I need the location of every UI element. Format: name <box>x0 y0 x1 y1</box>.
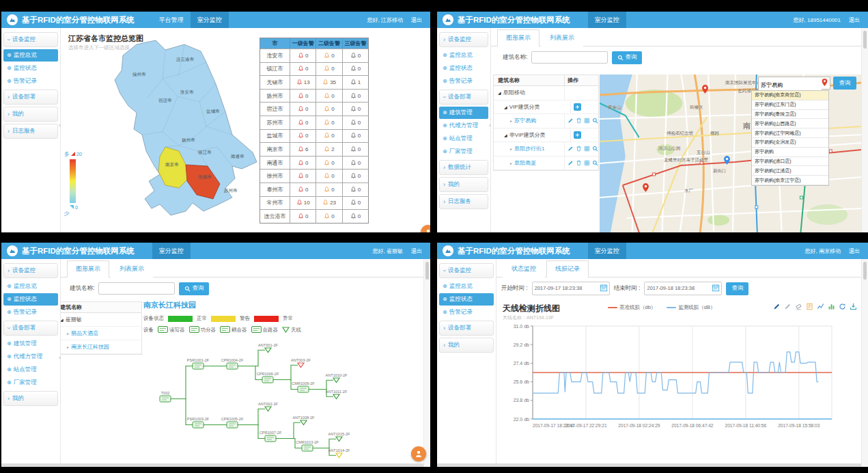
sidebar-item[interactable]: ⊕厂家管理 <box>3 377 58 389</box>
sidebar-group[interactable]: ›我的 <box>439 177 488 192</box>
sidebar-group[interactable]: ›日志服务 <box>3 124 58 139</box>
delete-icon[interactable] <box>576 146 582 152</box>
sidebar-item[interactable]: ⊕监控状态 <box>439 62 488 75</box>
sidebar-item[interactable]: ⊕监控状态 <box>439 293 494 306</box>
search-result-item[interactable]: 苏宁易购(山西路店) <box>752 119 828 129</box>
sidebar-item[interactable]: ⊕建筑管理 <box>439 107 488 119</box>
add-button[interactable] <box>574 103 581 111</box>
sidebar-item[interactable]: ⊕监控总览 <box>439 280 494 293</box>
search-icon[interactable] <box>592 160 598 166</box>
topnav-item[interactable]: 平台管理 <box>152 12 191 28</box>
sidebar-collapse-handle[interactable]: ‹ <box>59 122 61 129</box>
sidebar-group[interactable]: ›我的 <box>3 107 58 122</box>
edit-icon[interactable] <box>568 118 574 124</box>
tree-node-label[interactable]: 阜阳商厦 <box>514 159 536 167</box>
sidebar-collapse-handle[interactable]: ‹ <box>489 122 491 129</box>
scrollbar[interactable] <box>861 259 868 467</box>
mark-line-icon[interactable] <box>773 303 781 310</box>
sidebar-group[interactable]: ›设备监控 <box>3 263 58 278</box>
scrollbar-thumb[interactable] <box>425 262 429 280</box>
topnav-item[interactable]: 室分监控 <box>588 12 626 28</box>
expand-icon[interactable]: ▸ <box>67 344 69 349</box>
sidebar-group[interactable]: ›设备监控 <box>439 32 488 47</box>
search-result-item[interactable]: 苏宁易购(江浦店) <box>752 166 828 176</box>
tab-inactive[interactable]: 状态监控 <box>503 260 545 278</box>
sidebar-item[interactable]: ⊕厂家管理 <box>439 146 488 158</box>
sidebar-group[interactable]: ›设备部署 <box>439 321 494 336</box>
logout-link[interactable]: 退出 <box>849 247 860 255</box>
legend-item[interactable]: 基准线损（db） <box>608 304 656 311</box>
calendar-icon[interactable] <box>712 284 720 292</box>
tree-node-label[interactable]: 非VIP建筑分类 <box>509 131 546 139</box>
scrollbar-thumb[interactable] <box>863 262 867 280</box>
tree-node-label[interactable]: 南京长江科技园 <box>71 343 109 351</box>
data-view-icon[interactable] <box>806 303 813 310</box>
sidebar-group[interactable]: ›设备部署 <box>3 321 58 336</box>
tab-active[interactable]: 线损记录 <box>546 260 589 278</box>
delete-icon[interactable] <box>576 118 582 124</box>
search-result-item[interactable]: 苏宁易购(浦口店) <box>752 157 828 167</box>
topnav-item[interactable]: 室分监控 <box>152 243 191 259</box>
search-result-item[interactable]: 苏宁易购(孝陵卫店) <box>752 110 828 120</box>
edit-icon[interactable] <box>568 160 574 166</box>
delete-icon[interactable] <box>576 160 582 166</box>
tab-inactive[interactable]: 列表展示 <box>111 260 153 278</box>
edit-icon[interactable] <box>568 146 574 152</box>
sidebar-group[interactable]: ›我的 <box>3 391 58 406</box>
bar-chart-icon[interactable] <box>828 303 835 310</box>
eraser-icon[interactable] <box>795 303 802 310</box>
tab-inactive[interactable]: 列表展示 <box>541 29 583 46</box>
sidebar-item[interactable]: ⊕告警记录 <box>439 306 494 319</box>
sidebar-group[interactable]: ›我的 <box>439 338 494 353</box>
sidebar-collapse-handle[interactable]: ‹ <box>59 355 61 361</box>
expand-icon[interactable]: ▸ <box>510 146 512 151</box>
sidebar-group[interactable]: ›设备监控 <box>439 263 494 278</box>
tree-node-label[interactable]: 苏宁易购 <box>514 117 536 124</box>
tree-node-label[interactable]: 崔丽敏 <box>66 316 82 323</box>
logout-link[interactable]: 退出 <box>411 16 422 24</box>
collapse-icon[interactable]: ◢ <box>498 90 501 95</box>
tab-active[interactable]: 图形展示 <box>497 29 540 46</box>
add-button[interactable] <box>574 131 581 139</box>
collapse-icon[interactable]: ◢ <box>504 105 507 109</box>
sidebar-item[interactable]: ⊕监控总览 <box>439 49 488 62</box>
edit-icon[interactable] <box>784 303 792 310</box>
sidebar-item[interactable]: ⊕监控状态 <box>3 293 58 306</box>
search-icon[interactable] <box>592 146 598 152</box>
search-button[interactable]: 查询 <box>612 51 642 64</box>
sidebar-item[interactable]: ⊕监控总览 <box>3 49 58 62</box>
red-pin[interactable] <box>641 183 651 193</box>
sidebar-item[interactable]: ⊕监控状态 <box>3 62 58 75</box>
tab-active[interactable]: 图形展示 <box>67 260 109 278</box>
search-result-item[interactable]: 苏宁易购(金润发店) <box>752 138 828 148</box>
tree-node-label[interactable]: 阜阳移动 <box>503 89 525 96</box>
help-float-button[interactable] <box>411 446 426 461</box>
search-icon[interactable] <box>592 118 598 124</box>
sidebar-group[interactable]: ›日志服务 <box>439 194 488 209</box>
end-time-input[interactable] <box>645 282 712 293</box>
calendar-icon[interactable] <box>600 284 608 292</box>
red-pin[interactable] <box>700 84 710 94</box>
tree-node-label[interactable]: 丽晶大酒店 <box>71 329 98 337</box>
help-float-button[interactable] <box>421 225 430 232</box>
logout-link[interactable]: 退出 <box>849 16 860 24</box>
list-icon[interactable] <box>584 118 590 124</box>
building-name-input[interactable] <box>531 51 608 64</box>
search-result-item[interactable]: 苏宁易购(江宁同曦店) <box>752 129 828 138</box>
sidebar-item[interactable]: ⊕站点管理 <box>439 133 488 145</box>
search-result-item[interactable]: 苏宁易购 <box>752 148 828 157</box>
sidebar-group[interactable]: ›设备监控 <box>3 32 58 47</box>
blue-pin[interactable] <box>722 155 732 165</box>
jiangsu-province-map[interactable]: 徐州市连云港市宿迁市淮安市盐城市扬州市镇江市南京市南通市无锡市苏州市 <box>97 31 261 228</box>
expand-icon[interactable]: ▸ <box>510 118 512 123</box>
expand-icon[interactable]: ▸ <box>510 161 512 165</box>
sidebar-group[interactable]: ›数据统计 <box>439 160 488 175</box>
legend-item[interactable]: 监测线损（dB） <box>667 304 715 311</box>
line-chart-icon[interactable] <box>817 303 824 310</box>
sidebar-group[interactable]: ›设备部署 <box>3 90 58 105</box>
search-result-item[interactable]: 苏宁易购(南京商贸店) <box>752 91 828 100</box>
building-name-input[interactable] <box>98 282 175 295</box>
sidebar-item[interactable]: ⊕建筑管理 <box>3 338 58 350</box>
save-image-icon[interactable] <box>850 303 857 310</box>
expand-icon[interactable]: ▸ <box>67 331 69 336</box>
